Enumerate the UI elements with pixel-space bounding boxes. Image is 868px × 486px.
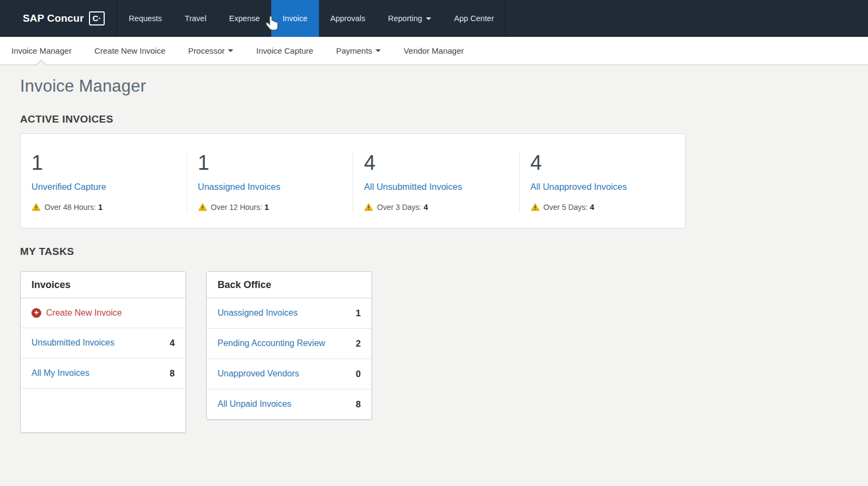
subnav-invoice-manager[interactable]: Invoice Manager [0,37,83,65]
all-unpaid-invoices-row[interactable]: All Unpaid Invoices 8 [207,389,372,419]
warning-label: Over 12 Hours: [211,203,263,212]
top-nav: SAP Concur C· Requests Travel Expense In… [0,0,868,37]
invoice-sub-nav: Invoice Manager Create New Invoice Proce… [0,37,868,65]
app-root: SAP Concur C· Requests Travel Expense In… [0,0,868,433]
warning-triangle-icon [531,203,540,211]
chevron-down-icon [375,49,381,52]
metric-warning: Over 12 Hours: 1 [198,203,343,212]
unassigned-invoices-row[interactable]: Unassigned Invoices 1 [207,298,372,329]
metric-all-unsubmitted-invoices: 4 All Unsubmitted Invoices Over 3 Days: … [353,152,519,212]
active-invoices-heading: ACTIVE INVOICES [20,113,868,125]
all-unsubmitted-invoices-link[interactable]: All Unsubmitted Invoices [364,182,462,192]
nav-reporting-label: Reporting [388,14,422,23]
warning-triangle-icon [198,203,207,211]
metric-warning: Over 48 Hours: 1 [31,203,177,212]
top-nav-items: Requests Travel Expense Invoice Approval… [117,0,505,37]
create-new-invoice-row[interactable]: Create New Invoice [21,298,186,328]
metric-all-unapproved-invoices: 4 All Unapproved Invoices Over 5 Days: 4 [519,152,686,212]
nav-expense[interactable]: Expense [218,0,271,37]
unassigned-invoices-count: 1 [356,308,361,318]
page-title: Invoice Manager [20,76,868,96]
metric-unassigned-invoices: 1 Unassigned Invoices Over 12 Hours: 1 [187,152,353,212]
unsubmitted-invoices-count: 4 [170,338,175,348]
subnav-payments-label: Payments [336,46,372,55]
subnav-invoice-capture[interactable]: Invoice Capture [245,37,324,65]
invoices-panel: Invoices Create New Invoice Unsubmitted … [20,271,186,433]
panel-empty-space [21,389,186,433]
unapproved-vendors-link[interactable]: Unapproved Vendors [218,369,299,379]
pending-accounting-review-link[interactable]: Pending Accounting Review [218,338,325,348]
unassigned-invoices-link[interactable]: Unassigned Invoices [198,182,280,192]
pending-accounting-review-row[interactable]: Pending Accounting Review 2 [207,329,372,359]
nav-reporting[interactable]: Reporting [376,0,443,37]
back-office-panel: Back Office Unassigned Invoices 1 Pendin… [206,271,372,420]
unapproved-vendors-row[interactable]: Unapproved Vendors 0 [207,359,372,389]
main-content: Invoice Manager ACTIVE INVOICES 1 Unveri… [0,76,868,433]
all-unpaid-invoices-count: 8 [356,399,361,410]
warning-label: Over 5 Days: [544,203,588,212]
nav-app-center[interactable]: App Center [443,0,505,37]
nav-requests[interactable]: Requests [117,0,173,37]
nav-approvals[interactable]: Approvals [319,0,376,37]
my-tasks-heading: MY TASKS [20,246,868,258]
all-unapproved-invoices-link[interactable]: All Unapproved Invoices [531,182,627,192]
my-tasks-panels: Invoices Create New Invoice Unsubmitted … [20,271,868,433]
metric-count: 4 [531,152,676,175]
sap-concur-logo[interactable]: SAP Concur C· [0,0,117,37]
warning-triangle-icon [364,203,373,211]
subnav-processor-label: Processor [188,46,225,55]
unverified-capture-link[interactable]: Unverified Capture [31,182,106,192]
subnav-invoice-manager-label: Invoice Manager [11,46,72,55]
logo-text: SAP Concur [23,12,84,24]
metric-unverified-capture: 1 Unverified Capture Over 48 Hours: 1 [21,152,187,212]
warning-label: Over 48 Hours: [44,203,96,212]
subnav-payments[interactable]: Payments [324,37,392,65]
metric-warning: Over 3 Days: 4 [364,203,509,212]
active-tab-notch [36,60,47,71]
create-new-invoice-label: Create New Invoice [46,308,122,318]
unapproved-vendors-count: 0 [356,369,361,379]
active-invoices-card: 1 Unverified Capture Over 48 Hours: 1 1 … [20,133,686,228]
nav-divider [505,0,506,37]
chevron-down-icon [228,49,233,52]
plus-circle-icon [31,308,41,318]
unsubmitted-invoices-row[interactable]: Unsubmitted Invoices 4 [21,328,186,359]
warning-triangle-icon [31,203,41,211]
concur-c-icon: C· [89,11,105,25]
warning-count: 4 [590,203,594,212]
subnav-create-new-invoice[interactable]: Create New Invoice [83,37,177,65]
warning-count: 1 [98,203,103,212]
metric-count: 1 [31,152,177,175]
back-office-panel-title: Back Office [207,272,372,298]
warning-label: Over 3 Days: [377,203,422,212]
warning-count: 4 [424,203,428,212]
all-my-invoices-row[interactable]: All My Invoices 8 [21,359,186,389]
subnav-processor[interactable]: Processor [177,37,245,65]
metric-warning: Over 5 Days: 4 [531,203,676,212]
unassigned-invoices-link[interactable]: Unassigned Invoices [218,308,298,318]
nav-travel[interactable]: Travel [174,0,218,37]
all-my-invoices-count: 8 [170,368,175,379]
invoices-panel-title: Invoices [21,272,186,298]
subnav-vendor-manager[interactable]: Vendor Manager [392,37,475,65]
unsubmitted-invoices-link[interactable]: Unsubmitted Invoices [31,338,114,348]
nav-invoice[interactable]: Invoice [271,0,319,37]
metric-count: 4 [364,152,509,175]
pending-accounting-review-count: 2 [356,338,361,349]
all-unpaid-invoices-link[interactable]: All Unpaid Invoices [218,399,291,409]
metric-count: 1 [198,152,343,175]
warning-count: 1 [264,203,269,212]
chevron-down-icon [426,17,431,20]
all-my-invoices-link[interactable]: All My Invoices [31,368,90,378]
